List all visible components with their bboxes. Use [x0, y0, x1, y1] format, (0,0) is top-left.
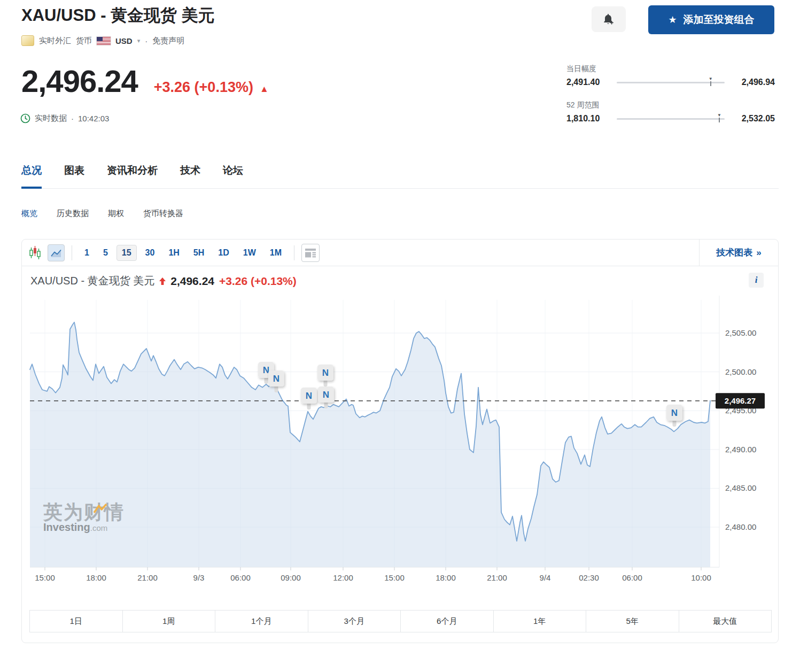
add-to-portfolio-label: 添加至投资组合	[684, 13, 755, 27]
news-marker-4[interactable]: N	[317, 365, 333, 387]
range-button-4[interactable]: 3个月	[308, 611, 401, 632]
disclaimer-link[interactable]: 免责声明	[152, 36, 184, 46]
interval-3[interactable]: 15	[116, 245, 137, 261]
news-layout-icon	[304, 246, 317, 259]
breadcrumb-category[interactable]: 货币	[76, 36, 92, 46]
status-time: 10:42:03	[78, 114, 109, 123]
svg-text:21:00: 21:00	[137, 573, 158, 582]
news-marker-5[interactable]: N	[318, 387, 334, 408]
svg-text:2,490.00: 2,490.00	[725, 445, 756, 454]
up-arrow-icon	[159, 277, 166, 285]
svg-text:2,505.00: 2,505.00	[725, 328, 756, 337]
candlestick-chart-button[interactable]	[29, 245, 41, 260]
interval-2[interactable]: 5	[98, 245, 113, 261]
chevron-down-icon[interactable]: ▾	[137, 37, 141, 44]
svg-text:18:00: 18:00	[436, 573, 456, 582]
chart-toolbar: 1515301H5H1D1W1M 技术图表 »	[22, 240, 778, 266]
tab-1[interactable]: 总况	[21, 164, 42, 188]
chart-news-button[interactable]	[301, 244, 320, 262]
svg-text:12:00: 12:00	[333, 573, 353, 582]
news-marker-3[interactable]: N	[301, 388, 317, 410]
range-button-5[interactable]: 6个月	[401, 611, 494, 632]
bell-plus-icon	[602, 13, 616, 26]
status-separator: ·	[71, 114, 74, 123]
interval-6[interactable]: 5H	[188, 245, 209, 261]
svg-text:06:00: 06:00	[622, 573, 642, 582]
area-chart-icon	[50, 246, 63, 259]
range-button-3[interactable]: 1个月	[215, 611, 308, 632]
range-button-6[interactable]: 1年	[494, 611, 587, 632]
svg-text:N: N	[273, 374, 279, 384]
day-range-label: 当日幅度	[566, 64, 775, 74]
svg-text:9/3: 9/3	[193, 573, 205, 582]
quote-row: 2,496.24 +3.26 (+0.13%) ▲	[21, 63, 269, 99]
svg-text:10:00: 10:00	[691, 573, 711, 582]
tab-3[interactable]: 资讯和分析	[107, 164, 158, 188]
price-chart[interactable]: NNNNNN2,505.002,500.002,495.002,490.002,…	[22, 296, 777, 589]
us-flag-icon	[97, 37, 111, 45]
status-row: 实时数据 · 10:42:03	[20, 113, 109, 123]
interval-1[interactable]: 1	[79, 245, 95, 261]
create-alert-button[interactable]	[592, 6, 626, 32]
range-button-1[interactable]: 1日	[30, 611, 123, 632]
svg-text:N: N	[671, 408, 678, 418]
week52-range-high: 2,532.05	[730, 114, 775, 123]
last-price: 2,496.24	[21, 63, 138, 99]
week52-range-marker: ▼	[717, 113, 722, 122]
tab-2[interactable]: 图表	[64, 164, 84, 188]
week52-range-track: ▼	[617, 118, 725, 120]
toolbar-divider	[294, 245, 294, 260]
svg-text:N: N	[322, 368, 329, 378]
news-marker-6[interactable]: N	[666, 405, 682, 427]
chart-instrument-name: XAU/USD - 黄金现货 美元	[30, 274, 154, 288]
clock-icon	[20, 113, 30, 123]
interval-7[interactable]: 1D	[213, 245, 234, 261]
interval-5[interactable]: 1H	[163, 245, 184, 261]
svg-text:15:00: 15:00	[35, 573, 55, 582]
interval-9[interactable]: 1M	[265, 245, 287, 261]
range-button-2[interactable]: 1周	[123, 611, 216, 632]
interval-buttons: 1515301H5H1D1W1M	[79, 245, 287, 261]
svg-text:N: N	[306, 391, 312, 401]
svg-text:21:00: 21:00	[487, 573, 507, 582]
breadcrumb-market[interactable]: 实时外汇	[39, 36, 71, 46]
currency-selector[interactable]: USD	[115, 36, 133, 45]
day-range-track: ▼	[617, 82, 725, 83]
range-button-7[interactable]: 5年	[586, 611, 679, 632]
price-change: +3.26 (+0.13%)	[154, 79, 253, 96]
up-triangle-icon: ▲	[260, 84, 269, 95]
technical-chart-label: 技术图表	[716, 246, 752, 259]
day-range-block: 当日幅度 2,491.40 ▼ 2,496.94	[566, 64, 775, 87]
gold-commodity-icon	[21, 35, 34, 46]
status-label: 实时数据	[35, 113, 67, 123]
subtab-2[interactable]: 历史数据	[57, 208, 89, 219]
day-range-low: 2,491.40	[566, 78, 611, 87]
svg-text:18:00: 18:00	[86, 573, 106, 582]
svg-text:9/4: 9/4	[540, 573, 551, 582]
subtab-4[interactable]: 货币转换器	[143, 208, 183, 219]
svg-text:09:00: 09:00	[281, 573, 301, 582]
main-tabs: 总况图表资讯和分析技术论坛	[21, 164, 779, 189]
week52-range-low: 1,810.10	[566, 114, 611, 123]
svg-text:06:00: 06:00	[230, 573, 251, 582]
interval-8[interactable]: 1W	[238, 245, 261, 261]
breadcrumb: 实时外汇 货币 USD ▾ · 免责声明	[21, 35, 184, 46]
tab-5[interactable]: 论坛	[223, 164, 243, 188]
week52-range-block: 52 周范围 1,810.10 ▼ 2,532.05	[566, 101, 775, 123]
range-button-8[interactable]: 最大值	[679, 611, 772, 632]
area-chart-button[interactable]	[48, 244, 65, 261]
svg-text:2,485.00: 2,485.00	[725, 483, 756, 492]
technical-chart-link[interactable]: 技术图表 »	[699, 240, 778, 266]
tab-4[interactable]: 技术	[180, 164, 200, 188]
double-chevron-right-icon: »	[756, 248, 761, 258]
day-range-high: 2,496.94	[730, 78, 775, 87]
add-to-portfolio-button[interactable]: ★ 添加至投资组合	[648, 5, 774, 34]
subtab-3[interactable]: 期权	[108, 208, 124, 219]
chart-price-change: +3.26 (+0.13%)	[219, 275, 297, 288]
svg-text:02:30: 02:30	[579, 573, 599, 582]
interval-4[interactable]: 30	[140, 245, 160, 261]
chart-title-row: XAU/USD - 黄金现货 美元 2,496.24 +3.26 (+0.13%…	[30, 274, 297, 288]
chart-last-price: 2,496.24	[170, 275, 214, 288]
chart-info-button[interactable]: i	[749, 273, 764, 288]
subtab-1[interactable]: 概览	[21, 208, 37, 219]
